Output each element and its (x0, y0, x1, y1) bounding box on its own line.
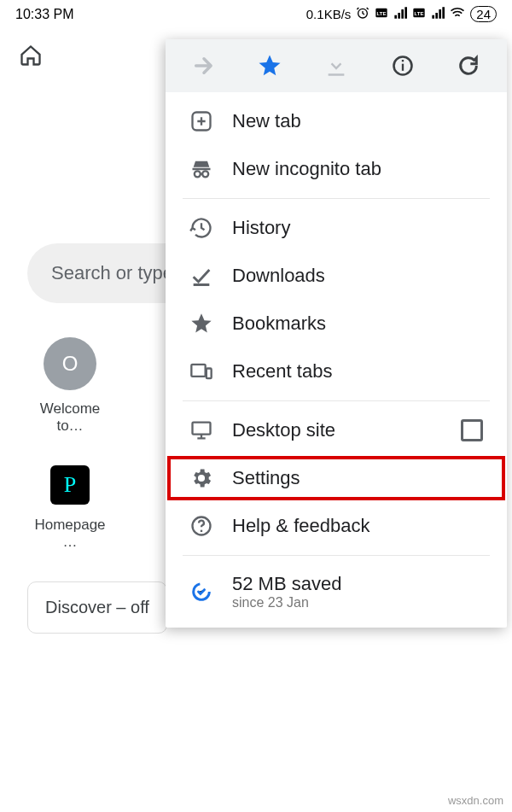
incognito-icon (189, 157, 213, 181)
menu-list: New tab New incognito tab History Downlo… (166, 92, 507, 628)
menu-toolbar (166, 39, 507, 92)
menu-label: New tab (232, 110, 301, 132)
status-bar: 10:33 PM 0.1KB/s LTE LTE 24 (0, 0, 512, 28)
help-icon (189, 514, 213, 538)
menu-label: New incognito tab (232, 158, 381, 180)
data-saver-text: 52 MB saved since 23 Jan (232, 573, 341, 610)
svg-rect-5 (401, 64, 403, 71)
menu-settings[interactable]: Settings (166, 454, 507, 502)
data-saver-icon (189, 580, 213, 604)
menu-recent-tabs[interactable]: Recent tabs (166, 348, 507, 395)
menu-history[interactable]: History (166, 204, 507, 252)
menu-desktop-site[interactable]: Desktop site (166, 406, 507, 454)
shortcut-label: Welcome to… (27, 400, 113, 435)
history-icon (189, 216, 213, 240)
gear-icon (189, 466, 213, 490)
svg-point-9 (202, 171, 208, 177)
menu-label: Recent tabs (232, 360, 332, 383)
menu-label: Settings (232, 467, 300, 489)
bookmark-star-icon[interactable] (257, 53, 282, 79)
menu-separator (183, 198, 490, 199)
discover-button[interactable]: Discover – off (27, 581, 167, 634)
svg-text:LTE: LTE (415, 11, 424, 16)
svg-point-8 (195, 171, 201, 177)
shortcut-3[interactable]: P Homepage … (27, 459, 113, 551)
menu-label: History (232, 217, 290, 239)
shortcut-1[interactable]: O Welcome to… (27, 337, 113, 435)
menu-downloads[interactable]: Downloads (166, 252, 507, 300)
menu-new-tab[interactable]: New tab (166, 97, 507, 145)
wifi-icon (450, 5, 465, 23)
star-icon (189, 312, 213, 336)
menu-sublabel: since 23 Jan (232, 595, 341, 610)
desktop-icon (189, 418, 213, 442)
volte2-icon: LTE (412, 6, 426, 22)
battery-icon: 24 (470, 6, 497, 22)
info-icon[interactable] (390, 53, 416, 79)
shortcut-favicon: P (50, 465, 90, 505)
menu-incognito[interactable]: New incognito tab (166, 145, 507, 193)
status-net: 0.1KB/s (306, 7, 352, 21)
watermark: wsxdn.com (448, 794, 503, 807)
signal1-icon (393, 6, 407, 22)
signal2-icon (431, 6, 445, 22)
alarm-icon (356, 6, 369, 22)
svg-rect-10 (191, 365, 205, 377)
downloads-check-icon (189, 264, 213, 288)
menu-label: Bookmarks (232, 313, 326, 335)
svg-rect-11 (207, 369, 212, 379)
menu-separator (183, 555, 490, 556)
download-icon[interactable] (323, 53, 349, 79)
menu-label: Help & feedback (232, 515, 369, 537)
volte1-icon: LTE (375, 6, 388, 22)
svg-text:LTE: LTE (377, 11, 387, 16)
menu-help[interactable]: Help & feedback (166, 502, 507, 550)
status-icons: 0.1KB/s LTE LTE 24 (306, 5, 497, 23)
desktop-site-checkbox[interactable] (461, 419, 483, 441)
menu-label: 52 MB saved (232, 573, 341, 594)
menu-label: Downloads (232, 265, 325, 287)
forward-icon[interactable] (191, 53, 217, 79)
menu-data-saver[interactable]: 52 MB saved since 23 Jan (166, 561, 507, 622)
menu-separator (183, 400, 490, 401)
status-time: 10:33 PM (15, 7, 73, 22)
shortcut-label: Homepage … (27, 517, 113, 551)
overflow-menu: New tab New incognito tab History Downlo… (166, 39, 507, 628)
shortcut-favicon: O (44, 337, 96, 390)
svg-rect-14 (201, 530, 202, 532)
svg-rect-6 (401, 60, 403, 61)
plus-box-icon (189, 109, 213, 133)
home-icon[interactable] (19, 44, 43, 67)
recent-tabs-icon (189, 359, 213, 383)
svg-rect-12 (193, 423, 211, 435)
refresh-icon[interactable] (456, 53, 481, 79)
menu-bookmarks[interactable]: Bookmarks (166, 300, 507, 348)
menu-label: Desktop site (232, 419, 335, 441)
